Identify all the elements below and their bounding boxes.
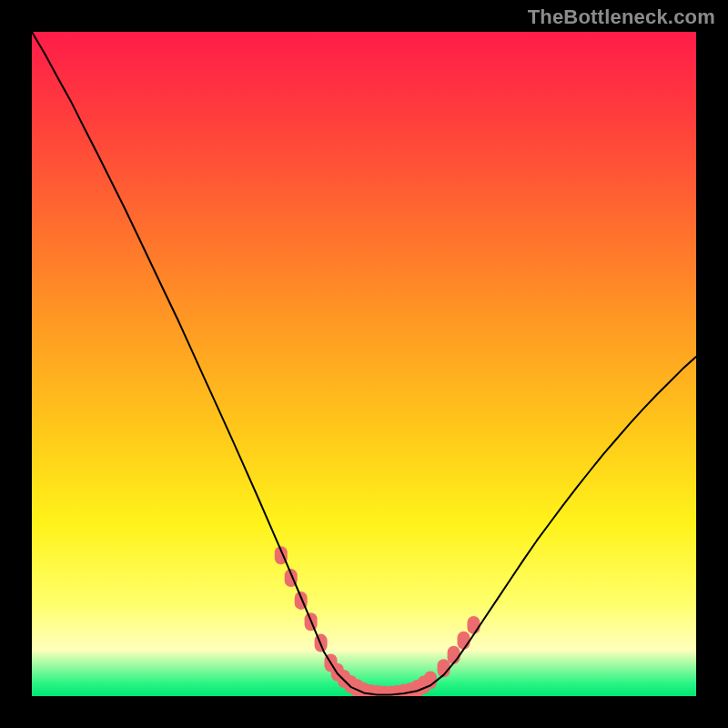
- overlay-dot: [468, 616, 480, 634]
- overlay-dot: [448, 646, 460, 664]
- overlay-dot: [458, 632, 470, 650]
- bottleneck-curve: [32, 32, 696, 695]
- chart-svg: [32, 32, 696, 696]
- watermark-text: TheBottleneck.com: [0, 5, 728, 29]
- plot-area: [32, 32, 696, 696]
- chart-frame: TheBottleneck.com: [0, 0, 728, 728]
- overlay-dots: [275, 546, 480, 696]
